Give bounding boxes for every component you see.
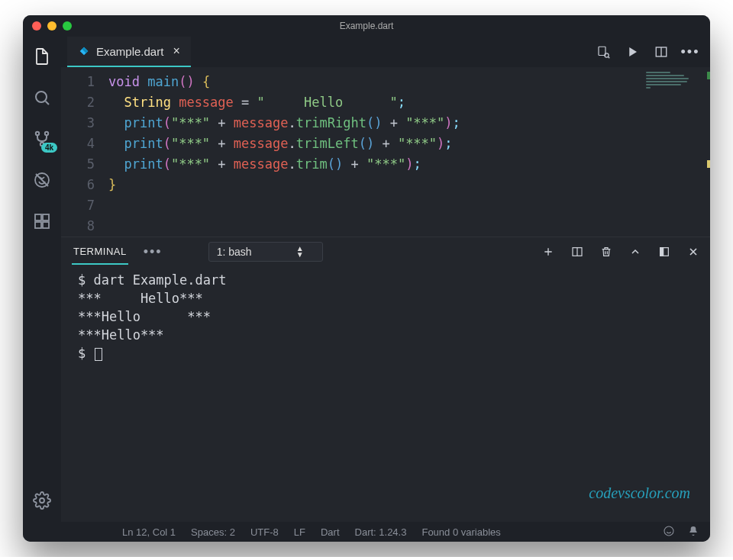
status-variables[interactable]: Found 0 variables xyxy=(421,526,500,538)
svg-point-2 xyxy=(45,132,48,135)
line-gutter: 1 2 3 4 5 6 7 8 xyxy=(61,67,105,237)
svg-rect-6 xyxy=(43,214,49,220)
status-language[interactable]: Dart xyxy=(321,526,340,538)
window: Example.dart 4k xyxy=(23,15,710,542)
source-control-icon[interactable]: 4k xyxy=(31,128,53,150)
code-content: void main() { String message = " Hello "… xyxy=(105,67,710,237)
svg-point-1 xyxy=(36,132,39,135)
new-terminal-icon[interactable] xyxy=(542,246,554,258)
watermark: codevscolor.com xyxy=(589,484,690,502)
maximize-panel-icon[interactable] xyxy=(629,246,641,258)
overview-ruler-mark xyxy=(707,72,710,79)
terminal-output[interactable]: $ dart Example.dart *** Hello*** ***Hell… xyxy=(61,266,710,522)
editor-tabs: Example.dart × ••• xyxy=(61,37,710,67)
panel-tabs: TERMINAL ••• 1: bash ▲▼ xyxy=(61,237,710,266)
more-actions-icon[interactable]: ••• xyxy=(683,44,698,60)
status-eol[interactable]: LF xyxy=(294,526,305,538)
editor-tab-example[interactable]: Example.dart × xyxy=(67,37,191,67)
activity-bar: 4k xyxy=(23,37,61,522)
body: 4k Example.dart × xyxy=(23,37,710,522)
toggle-panel-icon[interactable] xyxy=(658,246,670,258)
minimap[interactable] xyxy=(646,70,707,93)
split-terminal-icon[interactable] xyxy=(571,246,583,258)
svg-rect-15 xyxy=(660,248,664,256)
split-editor-icon[interactable] xyxy=(654,44,669,60)
panel-actions xyxy=(542,246,699,258)
feedback-smiley-icon[interactable] xyxy=(663,525,675,539)
status-bar: Ln 12, Col 1 Spaces: 2 UTF-8 LF Dart Dar… xyxy=(23,522,710,542)
status-encoding[interactable]: UTF-8 xyxy=(250,526,279,538)
terminal-select[interactable]: 1: bash ▲▼ xyxy=(208,242,323,262)
editor-wrap: 1 2 3 4 5 6 7 8 void main() { String mes… xyxy=(61,67,710,522)
panel-more-icon[interactable]: ••• xyxy=(144,244,163,260)
svg-point-0 xyxy=(36,92,47,102)
window-title: Example.dart xyxy=(23,21,710,31)
extensions-icon[interactable] xyxy=(31,211,53,232)
settings-gear-icon[interactable] xyxy=(31,490,53,511)
svg-rect-8 xyxy=(43,222,49,228)
svg-rect-10 xyxy=(599,47,605,55)
editor-actions: ••• xyxy=(596,44,710,60)
titlebar: Example.dart xyxy=(23,15,710,37)
svg-point-9 xyxy=(40,498,44,503)
editor-column: Example.dart × ••• xyxy=(61,37,710,522)
code-editor[interactable]: 1 2 3 4 5 6 7 8 void main() { String mes… xyxy=(61,67,710,237)
overview-ruler-mark xyxy=(707,160,710,168)
status-sdk[interactable]: Dart: 1.24.3 xyxy=(355,526,407,538)
search-icon[interactable] xyxy=(31,87,53,108)
status-indent[interactable]: Spaces: 2 xyxy=(191,526,235,538)
tab-close-icon[interactable]: × xyxy=(173,45,179,57)
source-control-badge: 4k xyxy=(41,143,57,153)
dart-file-icon xyxy=(78,45,90,57)
tab-filename: Example.dart xyxy=(96,45,163,58)
notifications-bell-icon[interactable] xyxy=(687,525,699,539)
open-changes-icon[interactable] xyxy=(596,44,611,60)
panel-tab-terminal[interactable]: TERMINAL xyxy=(72,240,128,265)
close-panel-icon[interactable] xyxy=(687,246,699,258)
debug-icon[interactable] xyxy=(31,169,53,191)
status-cursor-pos[interactable]: Ln 12, Col 1 xyxy=(122,526,176,538)
terminal-cursor xyxy=(95,348,102,361)
run-icon[interactable] xyxy=(625,44,640,60)
explorer-icon[interactable] xyxy=(31,46,53,67)
svg-rect-5 xyxy=(35,214,41,220)
panel: TERMINAL ••• 1: bash ▲▼ xyxy=(61,237,710,522)
select-updown-icon: ▲▼ xyxy=(296,246,304,258)
svg-point-16 xyxy=(664,526,673,536)
kill-terminal-icon[interactable] xyxy=(600,246,612,258)
svg-rect-7 xyxy=(35,222,41,228)
